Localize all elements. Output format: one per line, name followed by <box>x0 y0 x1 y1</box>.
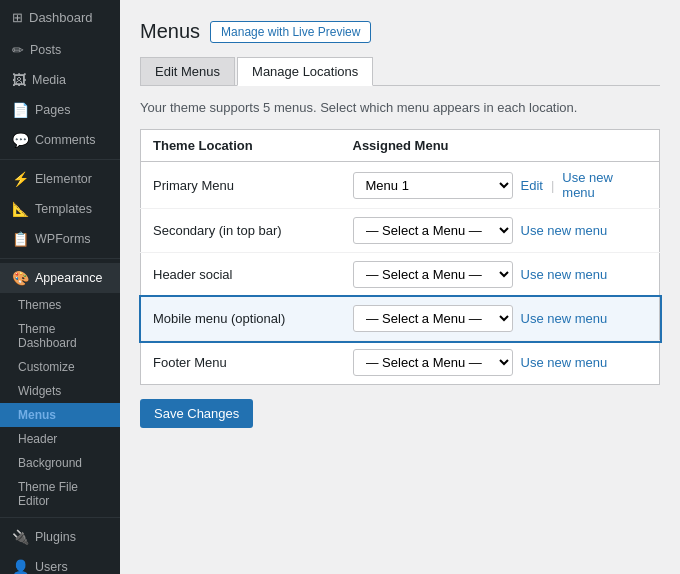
menu-select-primary[interactable]: Menu 1 <box>353 172 513 199</box>
menu-select-footer[interactable]: — Select a Menu — <box>353 349 513 376</box>
sidebar-item-appearance[interactable]: 🎨 Appearance <box>0 263 120 293</box>
menu-select-mobile-menu[interactable]: — Select a Menu — <box>353 305 513 332</box>
sidebar-sub-widgets[interactable]: Widgets <box>0 379 120 403</box>
wp-icon: ⊞ <box>12 10 23 25</box>
tab-edit-menus[interactable]: Edit Menus <box>140 57 235 85</box>
location-cell-mobile-menu: Mobile menu (optional) <box>141 297 341 341</box>
location-cell-secondary: Secondary (in top bar) <box>141 209 341 253</box>
assigned-menu-cell-mobile-menu: — Select a Menu —Use new menu <box>341 297 660 341</box>
media-icon: 🖼 <box>12 72 26 88</box>
appearance-icon: 🎨 <box>12 270 29 286</box>
tab-manage-locations[interactable]: Manage Locations <box>237 57 373 86</box>
sidebar-sub-customize[interactable]: Customize <box>0 355 120 379</box>
location-cell-footer: Footer Menu <box>141 341 341 385</box>
location-cell-header-social: Header social <box>141 253 341 297</box>
sidebar-logo-label: Dashboard <box>29 10 93 25</box>
manage-live-preview-button[interactable]: Manage with Live Preview <box>210 21 371 43</box>
menu-select-header-social[interactable]: — Select a Menu — <box>353 261 513 288</box>
sidebar-sub-theme-dashboard[interactable]: Theme Dashboard <box>0 317 120 355</box>
sidebar-sub-themes[interactable]: Themes <box>0 293 120 317</box>
comments-icon: 💬 <box>12 132 29 148</box>
table-row: Header social— Select a Menu —Use new me… <box>141 253 660 297</box>
assigned-menu-cell-header-social: — Select a Menu —Use new menu <box>341 253 660 297</box>
sidebar-item-posts[interactable]: ✏ Posts <box>0 35 120 65</box>
edit-link-primary[interactable]: Edit <box>521 178 543 193</box>
sidebar-logo[interactable]: ⊞ Dashboard <box>0 0 120 35</box>
use-new-link-header-social[interactable]: Use new menu <box>521 267 608 282</box>
menu-select-secondary[interactable]: — Select a Menu — <box>353 217 513 244</box>
use-new-link-secondary[interactable]: Use new menu <box>521 223 608 238</box>
pages-icon: 📄 <box>12 102 29 118</box>
save-changes-button[interactable]: Save Changes <box>140 399 253 428</box>
separator: | <box>551 178 554 193</box>
description: Your theme supports 5 menus. Select whic… <box>140 100 660 115</box>
use-new-link-mobile-menu[interactable]: Use new menu <box>521 311 608 326</box>
sidebar-item-media[interactable]: 🖼 Media <box>0 65 120 95</box>
sidebar-item-plugins[interactable]: 🔌 Plugins <box>0 522 120 552</box>
locations-table: Theme Location Assigned Menu Primary Men… <box>140 129 660 385</box>
col-theme-location: Theme Location <box>141 130 341 162</box>
sidebar-item-wpforms[interactable]: 📋 WPForms <box>0 224 120 254</box>
location-cell-primary: Primary Menu <box>141 162 341 209</box>
page-title-area: Menus Manage with Live Preview <box>140 20 660 43</box>
assigned-menu-cell-footer: — Select a Menu —Use new menu <box>341 341 660 385</box>
users-icon: 👤 <box>12 559 29 574</box>
main-content: Menus Manage with Live Preview Edit Menu… <box>120 0 680 574</box>
sidebar-sub-background[interactable]: Background <box>0 451 120 475</box>
col-assigned-menu: Assigned Menu <box>341 130 660 162</box>
posts-icon: ✏ <box>12 42 24 58</box>
sidebar: ⊞ Dashboard ✏ Posts 🖼 Media 📄 Pages 💬 Co… <box>0 0 120 574</box>
elementor-icon: ⚡ <box>12 171 29 187</box>
table-row: Footer Menu— Select a Menu —Use new menu <box>141 341 660 385</box>
table-row: Mobile menu (optional)— Select a Menu —U… <box>141 297 660 341</box>
sidebar-item-templates[interactable]: 📐 Templates <box>0 194 120 224</box>
assigned-menu-cell-secondary: — Select a Menu —Use new menu <box>341 209 660 253</box>
assigned-menu-cell-primary: Menu 1Edit|Use new menu <box>341 162 660 209</box>
sidebar-sub-menus[interactable]: Menus <box>0 403 120 427</box>
plugins-icon: 🔌 <box>12 529 29 545</box>
sidebar-item-pages[interactable]: 📄 Pages <box>0 95 120 125</box>
templates-icon: 📐 <box>12 201 29 217</box>
sidebar-sub-header[interactable]: Header <box>0 427 120 451</box>
sidebar-item-comments[interactable]: 💬 Comments <box>0 125 120 155</box>
table-row: Secondary (in top bar)— Select a Menu —U… <box>141 209 660 253</box>
sidebar-item-elementor[interactable]: ⚡ Elementor <box>0 164 120 194</box>
tabs-bar: Edit Menus Manage Locations <box>140 57 660 86</box>
use-new-link-footer[interactable]: Use new menu <box>521 355 608 370</box>
page-title: Menus <box>140 20 200 43</box>
sidebar-item-users[interactable]: 👤 Users <box>0 552 120 574</box>
sidebar-sub-theme-file-editor[interactable]: Theme File Editor <box>0 475 120 513</box>
use-new-link-primary[interactable]: Use new menu <box>562 170 647 200</box>
table-row: Primary MenuMenu 1Edit|Use new menu <box>141 162 660 209</box>
wpforms-icon: 📋 <box>12 231 29 247</box>
